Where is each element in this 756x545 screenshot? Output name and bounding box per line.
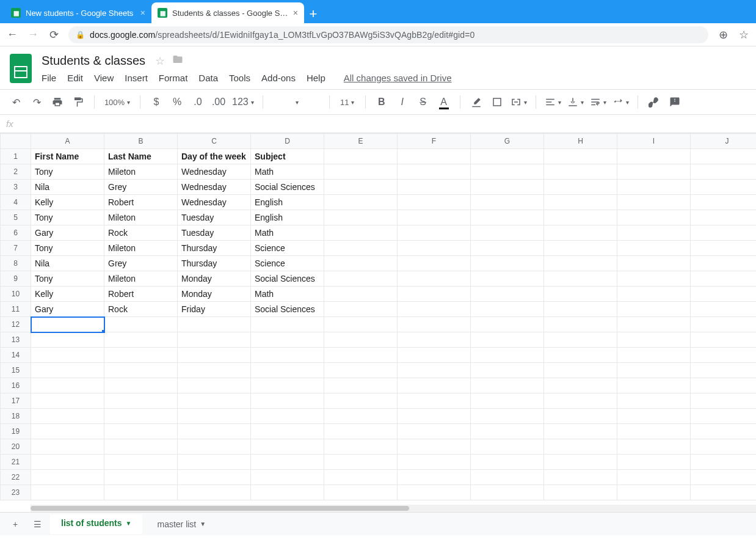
row-header[interactable]: 22 (1, 470, 31, 485)
cell[interactable] (324, 256, 398, 271)
cell[interactable] (398, 393, 471, 409)
cell[interactable]: English (251, 210, 324, 225)
cell[interactable]: Wednesday (178, 195, 251, 210)
paint-format-icon[interactable] (71, 93, 85, 111)
cell[interactable] (691, 424, 757, 439)
cell[interactable] (617, 287, 691, 302)
strikethrough-icon[interactable]: S (416, 93, 431, 111)
decrease-decimal-icon[interactable]: .0 (191, 93, 205, 111)
cell[interactable] (544, 210, 617, 225)
cell[interactable] (324, 302, 398, 317)
cell[interactable] (324, 439, 398, 455)
cell[interactable] (178, 439, 251, 455)
cell[interactable] (398, 210, 471, 225)
cell[interactable] (544, 195, 617, 210)
cell[interactable]: Social Sciences (251, 180, 324, 195)
cell[interactable] (471, 256, 544, 271)
cell[interactable] (617, 271, 691, 287)
row-header[interactable]: 12 (1, 317, 31, 332)
insert-link-icon[interactable] (647, 93, 661, 111)
cell[interactable] (251, 348, 324, 363)
cell[interactable] (178, 348, 251, 363)
cell[interactable] (251, 363, 324, 378)
cell[interactable] (544, 409, 617, 424)
cell[interactable] (471, 378, 544, 393)
cell[interactable] (178, 332, 251, 348)
row-header[interactable]: 7 (1, 241, 31, 256)
merge-cells-icon[interactable] (511, 93, 527, 111)
cell[interactable] (544, 271, 617, 287)
bold-icon[interactable]: B (374, 93, 389, 111)
cell[interactable]: Kelly (31, 287, 104, 302)
column-header[interactable]: B (104, 134, 178, 149)
cell[interactable] (104, 393, 178, 409)
cell[interactable] (104, 470, 178, 485)
address-bar[interactable]: 🔒 docs.google.com/spreadsheets/d/1Ewidni… (68, 26, 708, 43)
cell[interactable] (31, 317, 104, 332)
cell[interactable] (324, 378, 398, 393)
cell[interactable] (251, 317, 324, 332)
cell[interactable] (251, 409, 324, 424)
cell[interactable] (691, 195, 757, 210)
percent-icon[interactable]: % (170, 93, 184, 111)
add-sheet-button[interactable]: + (6, 515, 24, 533)
cell[interactable] (617, 149, 691, 164)
cell[interactable]: Mileton (104, 210, 178, 225)
save-status[interactable]: All changes saved in Drive (344, 73, 452, 83)
row-header[interactable]: 3 (1, 180, 31, 195)
back-icon[interactable]: ← (6, 28, 18, 41)
menu-file[interactable]: File (42, 73, 56, 83)
cell[interactable] (398, 180, 471, 195)
cell[interactable]: Rock (104, 302, 178, 317)
cell[interactable]: Thursday (178, 256, 251, 271)
cell[interactable] (617, 363, 691, 378)
increase-decimal-icon[interactable]: .00 (211, 93, 226, 111)
cell[interactable]: Monday (178, 271, 251, 287)
cell[interactable] (324, 332, 398, 348)
chevron-down-icon[interactable]: ▼ (200, 521, 206, 527)
cell[interactable] (178, 470, 251, 485)
cell[interactable]: Grey (104, 256, 178, 271)
cell[interactable]: Tuesday (178, 210, 251, 225)
cell[interactable] (324, 485, 398, 500)
cell[interactable] (178, 455, 251, 470)
cell[interactable] (691, 409, 757, 424)
cell[interactable] (324, 210, 398, 225)
browser-tab-active[interactable]: ▦ Students & classes - Google She… × (151, 2, 304, 23)
horizontal-align-icon[interactable] (545, 93, 561, 111)
cell[interactable] (471, 439, 544, 455)
cell[interactable] (471, 485, 544, 500)
cell[interactable] (251, 455, 324, 470)
cell[interactable] (324, 470, 398, 485)
cell[interactable] (691, 363, 757, 378)
close-icon[interactable]: × (293, 9, 298, 17)
cell[interactable] (178, 485, 251, 500)
cell[interactable]: Robert (104, 287, 178, 302)
cell[interactable] (324, 348, 398, 363)
folder-icon[interactable] (172, 54, 183, 68)
cell[interactable] (398, 348, 471, 363)
cell[interactable] (617, 455, 691, 470)
cell[interactable] (31, 485, 104, 500)
cell[interactable] (398, 287, 471, 302)
cell[interactable] (471, 424, 544, 439)
spreadsheet-grid[interactable]: ABCDEFGHIJ1First NameLast NameDay of the… (0, 133, 756, 512)
cell[interactable] (544, 424, 617, 439)
cell[interactable] (471, 393, 544, 409)
cell[interactable] (398, 149, 471, 164)
cell[interactable] (471, 271, 544, 287)
fill-color-icon[interactable] (469, 93, 484, 111)
cell[interactable] (544, 363, 617, 378)
cell[interactable] (471, 164, 544, 180)
cell[interactable] (471, 348, 544, 363)
row-header[interactable]: 15 (1, 363, 31, 378)
cell[interactable]: Gary (31, 302, 104, 317)
cell[interactable] (691, 439, 757, 455)
cell[interactable] (471, 149, 544, 164)
cell[interactable] (617, 393, 691, 409)
cell[interactable] (104, 363, 178, 378)
row-header[interactable]: 4 (1, 195, 31, 210)
column-header[interactable]: A (31, 134, 104, 149)
menu-addons[interactable]: Add-ons (261, 73, 296, 83)
cell[interactable] (104, 455, 178, 470)
